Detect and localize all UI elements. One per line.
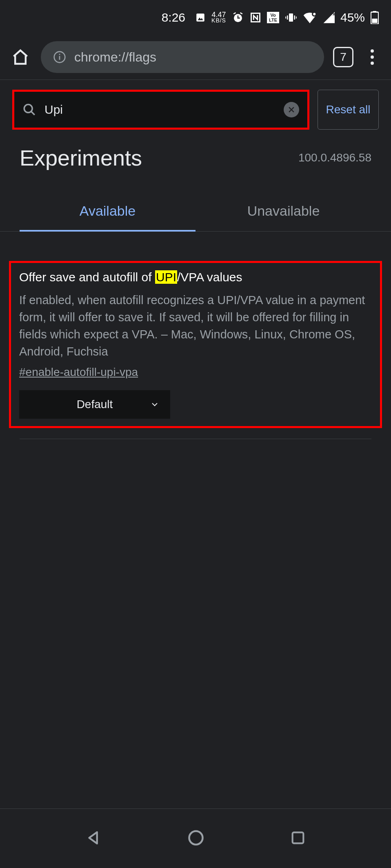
svg-rect-32 — [293, 832, 304, 843]
chevron-down-icon — [150, 400, 160, 409]
experiments-header: Experiments 100.0.4896.58 — [0, 139, 391, 170]
flag-item: Offer save and autofill of UPI/VPA value… — [9, 261, 382, 428]
svg-rect-11 — [289, 13, 293, 22]
svg-rect-15 — [296, 16, 297, 18]
flag-title: Offer save and autofill of UPI/VPA value… — [19, 269, 372, 286]
network-speed: 4.47 KB/S — [211, 11, 226, 23]
image-icon — [195, 12, 206, 23]
svg-text:x: x — [333, 12, 335, 16]
flag-state-select[interactable]: Default — [19, 390, 170, 419]
svg-rect-0 — [196, 13, 204, 22]
svg-rect-12 — [287, 15, 288, 20]
close-icon — [287, 106, 295, 114]
svg-text:Vo: Vo — [270, 13, 276, 18]
nfc-icon — [250, 12, 261, 23]
tab-available[interactable]: Available — [20, 203, 196, 231]
svg-text:LTE: LTE — [269, 18, 277, 22]
vibrate-icon — [285, 11, 297, 24]
volte-icon: VoLTE — [267, 12, 279, 23]
svg-marker-30 — [89, 832, 97, 844]
battery-percent: 45% — [340, 11, 365, 24]
flag-description: If enabled, when autofill recognizes a U… — [19, 292, 372, 360]
wifi-icon — [303, 12, 317, 23]
svg-line-27 — [31, 111, 35, 115]
annotated-search — [12, 90, 309, 130]
flags-search-row: Reset all — [0, 80, 391, 139]
nav-back-button[interactable] — [85, 829, 102, 848]
nav-home-button[interactable] — [187, 829, 205, 848]
select-value: Default — [77, 398, 113, 411]
chrome-version: 100.0.4896.58 — [298, 151, 371, 164]
svg-point-31 — [189, 831, 203, 844]
search-input[interactable] — [44, 103, 275, 117]
divider — [20, 439, 371, 439]
svg-rect-14 — [285, 16, 286, 18]
svg-rect-5 — [233, 12, 236, 14]
overflow-menu-button[interactable] — [362, 49, 382, 65]
android-status-bar: 8:26 4.47 KB/S VoLTE x 45% — [0, 0, 391, 35]
alarm-icon — [232, 11, 244, 24]
url-text: chrome://flags — [74, 50, 156, 65]
status-clock: 8:26 — [162, 11, 185, 24]
chrome-toolbar: chrome://flags 7 — [0, 35, 391, 80]
search-highlight: UPI — [155, 270, 177, 284]
svg-rect-4 — [238, 18, 240, 19]
tab-switcher-button[interactable]: 7 — [333, 47, 353, 67]
flag-permalink[interactable]: #enable-autofill-upi-vpa — [19, 366, 138, 379]
svg-point-17 — [313, 13, 315, 15]
address-bar[interactable]: chrome://flags — [41, 41, 324, 73]
home-button[interactable] — [9, 46, 32, 68]
tabs: Available Unavailable — [0, 203, 391, 232]
info-icon — [53, 51, 66, 64]
battery-icon — [371, 11, 379, 24]
android-nav-bar — [0, 809, 391, 868]
svg-rect-25 — [59, 54, 60, 55]
svg-rect-21 — [373, 11, 376, 13]
clear-search-button[interactable] — [284, 102, 299, 117]
svg-rect-6 — [240, 12, 243, 14]
page-title: Experiments — [20, 145, 142, 170]
svg-rect-22 — [372, 18, 377, 23]
tab-unavailable[interactable]: Unavailable — [196, 203, 371, 231]
svg-point-26 — [24, 104, 32, 113]
flags-search-box[interactable] — [14, 92, 307, 128]
reset-all-button[interactable]: Reset all — [318, 90, 379, 130]
signal-icon: x — [322, 12, 335, 23]
svg-rect-13 — [294, 15, 295, 20]
nav-recents-button[interactable] — [290, 830, 306, 848]
svg-rect-24 — [59, 56, 60, 60]
search-icon — [22, 103, 36, 117]
